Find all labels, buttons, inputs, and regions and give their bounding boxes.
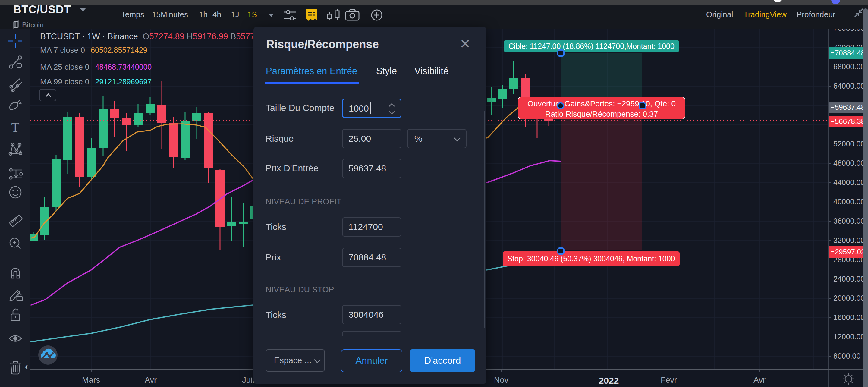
- svg-text:T: T: [11, 120, 20, 135]
